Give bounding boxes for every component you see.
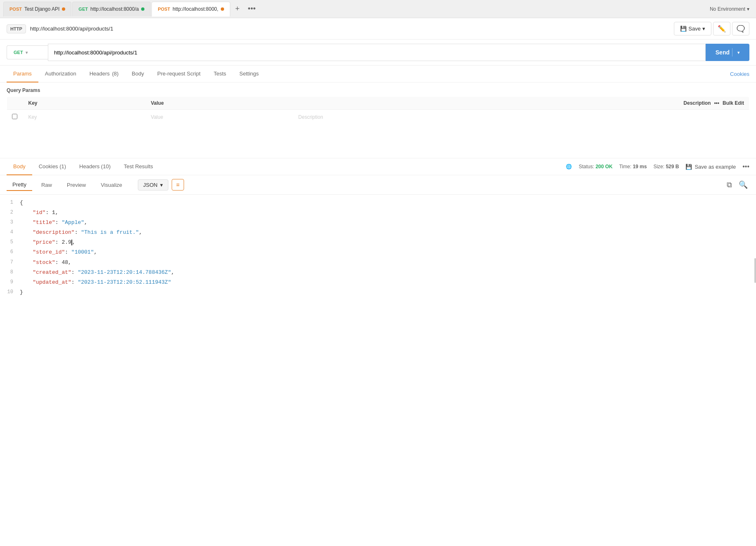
time-value: 19 ms	[633, 164, 647, 169]
filter-button[interactable]: ≡	[172, 179, 184, 191]
query-params-title: Query Params	[7, 87, 749, 93]
description-col-label: Description	[683, 100, 711, 106]
json-viewer[interactable]: 1 { 2 "id": 1, 3 "title": "Apple", 4 "de…	[0, 195, 756, 301]
line-num-4: 4	[0, 228, 20, 237]
save-label: Save	[688, 26, 701, 32]
response-tab-body-label: Body	[13, 163, 26, 169]
tab-headers[interactable]: Headers (8)	[83, 66, 125, 82]
bulk-edit-label[interactable]: Bulk Edit	[723, 100, 744, 106]
current-method: GET	[14, 50, 23, 55]
json-line-7: 7 "stock": 48,	[0, 258, 756, 268]
response-tab-cookies[interactable]: Cookies (1)	[32, 158, 73, 175]
tab-tests[interactable]: Tests	[207, 66, 233, 82]
json-content-1: {	[20, 198, 23, 207]
add-tab-button[interactable]: +	[233, 3, 242, 15]
line-num-5: 5	[0, 238, 20, 247]
tab-authorization[interactable]: Authorization	[38, 66, 83, 82]
format-chevron-icon: ▾	[160, 182, 163, 188]
line-num-8: 8	[0, 268, 20, 277]
tab-0-method: POST	[9, 7, 22, 12]
save-example-button[interactable]: 💾 Save as example	[685, 164, 736, 170]
response-tab-headers-label: Headers (10)	[79, 163, 111, 169]
tab-pre-request-script[interactable]: Pre-request Script	[151, 66, 207, 82]
cookies-label: Cookies	[730, 71, 749, 77]
env-selector[interactable]: No Environment ▾	[706, 5, 753, 14]
format-select[interactable]: JSON ▾	[138, 179, 168, 191]
send-button[interactable]: Send ▾	[706, 44, 749, 61]
tab-2-method: POST	[158, 7, 170, 12]
response-tab-body[interactable]: Body	[7, 158, 32, 175]
tab-authorization-label: Authorization	[45, 71, 76, 77]
cookies-link[interactable]: Cookies	[730, 66, 749, 82]
pencil-button[interactable]: ✏️	[713, 22, 730, 35]
tab-1-label: http://localhost:8000/a	[90, 6, 139, 12]
tab-2-label: http://localhost:8000,	[172, 6, 218, 12]
save-example-label: Save as example	[695, 164, 736, 170]
json-line-1: 1 {	[0, 198, 756, 208]
format-actions: ⧉ 🔍	[725, 179, 749, 191]
tab-2[interactable]: POST http://localhost:8000,	[151, 2, 230, 16]
search-icon: 🔍	[739, 181, 748, 189]
json-line-3: 3 "title": "Apple",	[0, 218, 756, 228]
copy-button[interactable]: ⧉	[725, 179, 734, 191]
response-tab-cookies-label: Cookies (1)	[39, 163, 66, 169]
tab-1[interactable]: GET http://localhost:8000/a	[72, 2, 151, 16]
response-tab-headers[interactable]: Headers (10)	[73, 158, 117, 175]
address-bar: HTTP http://localhost:8000/api/products/…	[0, 18, 756, 40]
format-tab-visualize[interactable]: Visualize	[95, 179, 128, 191]
tab-2-dot	[221, 7, 224, 11]
json-line-8: 8 "created_at": "2023-11-23T12:20:14.788…	[0, 268, 756, 278]
env-chevron-icon: ▾	[747, 6, 749, 12]
response-more-button[interactable]: •••	[742, 163, 749, 170]
url-input[interactable]	[48, 44, 706, 61]
response-section: Body Cookies (1) Headers (10) Test Resul…	[0, 158, 756, 301]
key-header: Key	[24, 97, 146, 110]
format-tab-raw[interactable]: Raw	[35, 179, 58, 191]
tab-body[interactable]: Body	[125, 66, 151, 82]
json-content-3: "title": "Apple",	[20, 218, 87, 227]
method-select[interactable]: GET ▾	[7, 45, 48, 59]
tab-settings[interactable]: Settings	[233, 66, 265, 82]
tab-0-dot	[62, 7, 65, 11]
tab-params[interactable]: Params	[7, 66, 38, 82]
save-disk-icon: 💾	[680, 26, 687, 32]
json-line-6: 6 "store_id": "10001",	[0, 247, 756, 257]
save-button[interactable]: 💾 Save ▾	[674, 22, 711, 35]
line-num-1: 1	[0, 198, 20, 207]
format-tab-pretty[interactable]: Pretty	[7, 179, 32, 191]
response-tab-test-results-label: Test Results	[124, 163, 153, 169]
format-tab-preview-label: Preview	[67, 182, 86, 188]
tab-tests-label: Tests	[214, 71, 226, 77]
time-label: Time: 19 ms	[619, 164, 647, 169]
scroll-indicator	[754, 258, 756, 283]
line-num-6: 6	[0, 248, 20, 257]
json-content-10: }	[20, 288, 23, 297]
request-bar: GET ▾ Send ▾	[0, 40, 756, 66]
save-chevron-icon: ▾	[702, 26, 705, 32]
json-content-7: "stock": 48,	[20, 258, 71, 267]
tab-headers-label: Headers	[90, 71, 110, 77]
tab-0[interactable]: POST Test Django API	[3, 2, 71, 16]
status-value: 200 OK	[595, 164, 612, 169]
size-label: Size: 529 B	[653, 164, 679, 169]
search-button[interactable]: 🔍	[737, 179, 749, 191]
tab-body-label: Body	[132, 71, 144, 77]
row-value-cell[interactable]: Value	[146, 110, 293, 125]
params-table: Key Value Description ••• Bulk Edit	[7, 96, 749, 125]
line-num-10: 10	[0, 288, 20, 297]
more-tabs-button[interactable]: •••	[246, 3, 258, 15]
row-checkbox[interactable]	[12, 114, 17, 119]
format-tab-visualize-label: Visualize	[101, 182, 122, 188]
format-tab-preview[interactable]: Preview	[61, 179, 92, 191]
json-content-6: "store_id": "10001",	[20, 248, 97, 257]
response-tab-test-results[interactable]: Test Results	[117, 158, 160, 175]
value-header: Value	[146, 97, 293, 110]
line-num-3: 3	[0, 218, 20, 227]
line-num-9: 9	[0, 278, 20, 287]
row-description-cell[interactable]: Description	[293, 110, 749, 125]
json-line-10: 10 }	[0, 287, 756, 297]
tab-settings-label: Settings	[239, 71, 259, 77]
comment-button[interactable]: 🗨️	[732, 22, 749, 35]
tab-1-dot	[141, 7, 144, 11]
row-key-cell[interactable]: Key	[24, 110, 146, 125]
